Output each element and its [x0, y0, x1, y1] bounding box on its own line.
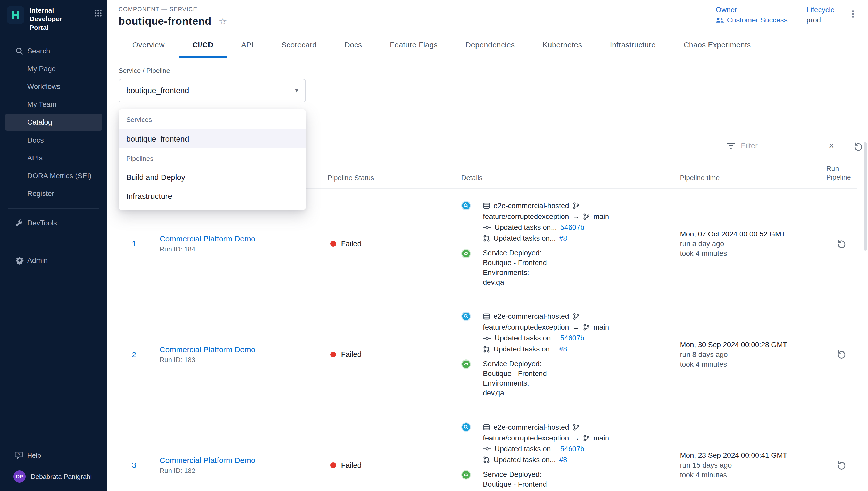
deploy-label: Service Deployed:: [483, 470, 547, 480]
deploy-label: Service Deployed:: [483, 359, 547, 369]
sidebar-item-label: Search: [27, 47, 50, 55]
app-title: Internal Developer Portal: [29, 6, 81, 32]
dropdown-option-build-and-deploy[interactable]: Build and Deploy: [119, 168, 306, 187]
sidebar-item-devtools[interactable]: DevTools: [0, 214, 107, 232]
pipeline-name-link[interactable]: Commercial Platform Demo: [160, 345, 255, 354]
sidebar-footer: ? Help DP Debabrata Panigrahi: [0, 448, 107, 486]
commit-message: Updated tasks on...: [495, 223, 557, 232]
table-row: 2 Commercial Platform Demo Run ID: 183 F…: [119, 299, 857, 410]
sidebar-item-catalog[interactable]: Catalog: [5, 114, 102, 131]
tab-api[interactable]: API: [227, 32, 268, 58]
sidebar-item-label: Admin: [27, 256, 48, 265]
commit-message: Updated tasks on...: [495, 445, 557, 453]
run-ago: run 15 days ago: [680, 460, 826, 470]
vertical-scrollbar-thumb[interactable]: [864, 142, 867, 251]
sidebar-item-dora-metrics[interactable]: DORA Metrics (SEI): [0, 167, 107, 185]
entity-meta: Owner Customer Success Lifecycle prod: [716, 6, 835, 25]
tab-cicd[interactable]: CI/CD: [179, 32, 227, 58]
pr-number-link[interactable]: #8: [559, 345, 567, 353]
owner-block: Owner Customer Success: [716, 6, 787, 25]
git-branch-icon: [572, 202, 580, 209]
pr-message: Updated tasks on...: [494, 456, 556, 464]
sidebar-divider: [8, 237, 99, 238]
svg-text:?: ?: [18, 452, 20, 457]
sidebar-item-register[interactable]: Register: [0, 185, 107, 202]
favorite-star-icon[interactable]: ☆: [219, 17, 227, 26]
repo-icon: [483, 313, 490, 320]
failed-status-dot: [331, 241, 336, 247]
sidebar-item-apis[interactable]: APIs: [0, 149, 107, 167]
deploy-service: Boutique - Frontend: [483, 369, 547, 379]
sidebar-item-search[interactable]: Search: [0, 42, 107, 60]
arrow-icon: →: [572, 323, 579, 331]
run-ago: run 8 days ago: [680, 350, 826, 359]
sidebar-divider: [8, 208, 99, 209]
pipeline-select-label: Service / Pipeline: [119, 67, 857, 75]
table-row: 3 Commercial Platform Demo Run ID: 182 F…: [119, 410, 857, 491]
tab-chaos-experiments[interactable]: Chaos Experiments: [670, 32, 765, 58]
pipeline-name-link[interactable]: Commercial Platform Demo: [160, 234, 255, 243]
tab-kubernetes[interactable]: Kubernetes: [529, 32, 596, 58]
pr-number-link[interactable]: #8: [559, 456, 567, 464]
dropdown-option-infrastructure[interactable]: Infrastructure: [119, 187, 306, 205]
pipeline-name-link[interactable]: Commercial Platform Demo: [160, 456, 255, 465]
apps-grid-icon[interactable]: [95, 9, 102, 17]
tab-infrastructure[interactable]: Infrastructure: [596, 32, 670, 58]
sidebar-item-my-team[interactable]: My Team: [0, 96, 107, 113]
user-menu[interactable]: DP Debabrata Panigrahi: [0, 468, 107, 486]
ci-stage-icon: [461, 201, 471, 244]
status-text: Failed: [341, 239, 361, 248]
rerun-pipeline-button[interactable]: [836, 349, 847, 360]
commit-sha-link[interactable]: 54607b: [560, 223, 585, 232]
help-button[interactable]: ? Help: [0, 448, 107, 463]
pipeline-select-dropdown: Services boutique_frontend Pipelines Bui…: [119, 109, 306, 210]
pr-message: Updated tasks on...: [494, 234, 556, 242]
failed-status-dot: [331, 352, 336, 357]
repo-icon: [483, 202, 490, 209]
app-logo[interactable]: [7, 6, 25, 26]
sidebar-item-admin[interactable]: Admin: [0, 252, 107, 269]
sidebar-item-workflows[interactable]: Workflows: [0, 78, 107, 96]
git-branch-icon: [572, 313, 580, 320]
avatar: DP: [13, 470, 26, 483]
tab-overview[interactable]: Overview: [119, 32, 179, 58]
filter-input[interactable]: [740, 141, 825, 151]
source-branch: feature/corruptedexception: [483, 212, 569, 221]
pull-request-icon: [483, 235, 490, 242]
sidebar-item-docs[interactable]: Docs: [0, 131, 107, 149]
tab-scorecard[interactable]: Scorecard: [268, 32, 331, 58]
rerun-pipeline-button[interactable]: [836, 238, 847, 249]
help-icon: ?: [14, 451, 24, 460]
pipeline-time: Mon, 07 Oct 2024 00:00:52 GMT: [680, 229, 826, 239]
run-number-link[interactable]: 2: [132, 350, 140, 359]
clear-filter-icon[interactable]: ×: [829, 141, 834, 150]
sidebar-item-my-page[interactable]: My Page: [0, 60, 107, 78]
sidebar-item-label: DORA Metrics (SEI): [27, 172, 92, 180]
kebab-menu-icon[interactable]: ⋮: [848, 9, 858, 19]
tab-feature-flags[interactable]: Feature Flags: [376, 32, 452, 58]
commit-sha-link[interactable]: 54607b: [560, 334, 585, 342]
pipeline-runs-table: Pipeline Status Details Pipeline time Ru…: [119, 165, 857, 491]
pr-number-link[interactable]: #8: [559, 234, 567, 242]
tab-docs[interactable]: Docs: [331, 32, 376, 58]
rerun-pipeline-button[interactable]: [836, 460, 847, 471]
target-branch: main: [593, 212, 609, 221]
dropdown-option-boutique-frontend[interactable]: boutique_frontend: [119, 129, 306, 148]
pull-request-icon: [483, 456, 490, 463]
run-id: Run ID: 182: [160, 467, 255, 474]
sidebar-item-label: Catalog: [27, 118, 52, 126]
pipeline-select[interactable]: boutique_frontend ▾: [119, 79, 306, 103]
run-number-link[interactable]: 1: [132, 239, 140, 248]
sidebar-item-label: My Team: [27, 100, 57, 109]
repo-icon: [483, 424, 490, 431]
run-number-link[interactable]: 3: [132, 461, 140, 470]
col-pipeline-status: Pipeline Status: [328, 174, 461, 182]
target-branch: main: [593, 434, 609, 442]
refresh-icon[interactable]: [853, 141, 864, 152]
owner-link[interactable]: Customer Success: [716, 16, 787, 24]
lifecycle-label: Lifecycle: [806, 6, 835, 14]
run-duration: took 4 minutes: [680, 359, 826, 369]
tab-dependencies[interactable]: Dependencies: [452, 32, 529, 58]
run-ago: run a day ago: [680, 239, 826, 249]
commit-sha-link[interactable]: 54607b: [560, 445, 585, 453]
